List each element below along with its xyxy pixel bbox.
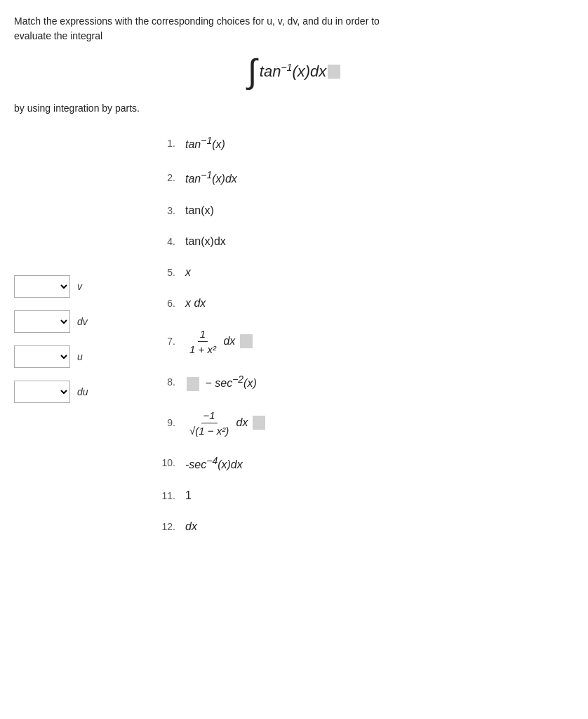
choice-7: 7. 1 1 + x² dx bbox=[154, 328, 574, 355]
integral-expression: ∫ tan−1(x)dx bbox=[248, 55, 341, 88]
choice-expression-12: dx bbox=[185, 520, 197, 533]
choice-number-8: 8. bbox=[154, 376, 175, 388]
choice-expression-10: -sec−4(x)dx bbox=[185, 455, 243, 471]
u-dropdown[interactable] bbox=[14, 345, 70, 368]
choice-number-10: 10. bbox=[154, 457, 175, 468]
du-dropdown[interactable] bbox=[14, 381, 70, 403]
instructions: Match the expressions with the correspon… bbox=[14, 14, 533, 44]
integral-display: ∫ tan−1(x)dx bbox=[14, 55, 574, 88]
dv-dropdown[interactable] bbox=[14, 310, 70, 333]
choice-expression-7: 1 1 + x² dx bbox=[185, 328, 253, 355]
choice-8-highlight bbox=[187, 377, 199, 391]
v-label: v bbox=[77, 281, 82, 292]
du-label: du bbox=[77, 386, 88, 397]
u-label: u bbox=[77, 351, 83, 362]
fraction-7-dx: dx bbox=[223, 334, 235, 346]
dropdowns-column: v dv u du bbox=[14, 275, 126, 551]
choice-number-6: 6. bbox=[154, 298, 175, 309]
choice-number-2: 2. bbox=[154, 172, 175, 183]
by-parts-text: by using integration by parts. bbox=[14, 103, 574, 114]
choice-10: 10. -sec−4(x)dx bbox=[154, 455, 574, 471]
choice-expression-6: x dx bbox=[185, 297, 206, 310]
choice-number-7: 7. bbox=[154, 336, 175, 347]
main-content: v dv u du 1. tan−1(x) bbox=[14, 135, 574, 551]
choices-column: 1. tan−1(x) 2. tan−1(x)dx 3. tan(x) 4. t… bbox=[154, 135, 574, 551]
choice-5: 5. x bbox=[154, 266, 574, 279]
choice-number-1: 1. bbox=[154, 138, 175, 149]
integral-formula: tan−1(x)dx bbox=[260, 62, 326, 81]
choice-expression-4: tan(x)dx bbox=[185, 235, 226, 248]
v-row: v bbox=[14, 275, 126, 298]
choice-9: 9. −1 √(1 − x²) dx bbox=[154, 409, 574, 437]
choice-6: 6. x dx bbox=[154, 297, 574, 310]
choice-expression-9: −1 √(1 − x²) dx bbox=[185, 409, 265, 437]
choice-1: 1. tan−1(x) bbox=[154, 135, 574, 151]
choice-3: 3. tan(x) bbox=[154, 204, 574, 217]
du-row: du bbox=[14, 381, 126, 403]
choice-number-9: 9. bbox=[154, 417, 175, 428]
choice-expression-11: 1 bbox=[185, 489, 192, 502]
choice-12: 12. dx bbox=[154, 520, 574, 533]
fraction-7: 1 1 + x² bbox=[187, 328, 218, 355]
choice-8: 8. − sec−2(x) bbox=[154, 374, 574, 391]
choice-number-4: 4. bbox=[154, 236, 175, 247]
integral-highlight bbox=[328, 65, 340, 79]
u-row: u bbox=[14, 345, 126, 368]
choice-expression-3: tan(x) bbox=[185, 204, 214, 217]
choice-number-3: 3. bbox=[154, 205, 175, 216]
choice-11: 11. 1 bbox=[154, 489, 574, 502]
dv-label: dv bbox=[77, 316, 88, 327]
fraction-9-dx: dx bbox=[236, 416, 248, 428]
fraction-9-numer: −1 bbox=[201, 409, 218, 423]
choice-4: 4. tan(x)dx bbox=[154, 235, 574, 248]
choice-9-highlight bbox=[253, 416, 265, 430]
choice-number-12: 12. bbox=[154, 521, 175, 532]
choice-7-highlight bbox=[240, 334, 253, 348]
v-dropdown[interactable] bbox=[14, 275, 70, 298]
integral-symbol: ∫ bbox=[248, 55, 257, 88]
fraction-7-numer: 1 bbox=[198, 328, 208, 342]
fraction-7-denom: 1 + x² bbox=[187, 342, 218, 355]
choice-number-11: 11. bbox=[154, 490, 175, 501]
choice-expression-5: x bbox=[185, 266, 191, 279]
choice-2: 2. tan−1(x)dx bbox=[154, 169, 574, 185]
dv-row: dv bbox=[14, 310, 126, 333]
choice-expression-8: − sec−2(x) bbox=[185, 374, 257, 391]
choice-expression-1: tan−1(x) bbox=[185, 135, 225, 151]
choice-expression-2: tan−1(x)dx bbox=[185, 169, 237, 185]
fraction-9-denom: √(1 − x²) bbox=[187, 423, 231, 437]
fraction-9: −1 √(1 − x²) bbox=[187, 409, 231, 437]
choice-number-5: 5. bbox=[154, 267, 175, 278]
